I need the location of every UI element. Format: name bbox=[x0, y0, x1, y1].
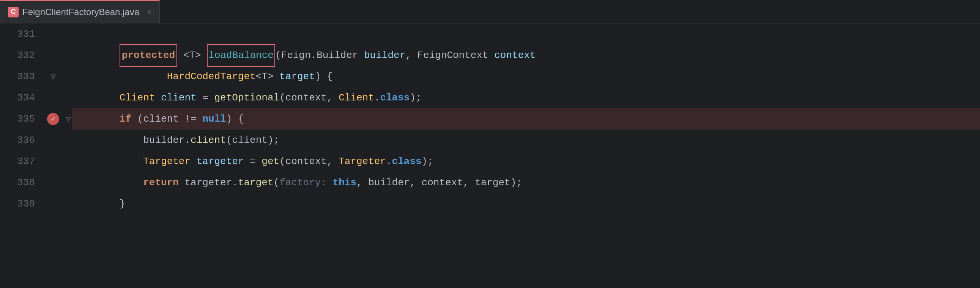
tab-file-name: FeignClientFactoryBean.java bbox=[22, 7, 139, 17]
indent-336: builder. bbox=[72, 130, 191, 151]
gutter-337 bbox=[42, 151, 65, 172]
method-target: target bbox=[238, 172, 274, 193]
method-client: client bbox=[191, 130, 226, 151]
line-number-333: 333 bbox=[0, 66, 35, 87]
code-line-332: protected <T> loadBalance (Feign.Builder… bbox=[72, 45, 980, 66]
tab-close-button[interactable]: × bbox=[147, 7, 152, 17]
type-targeter-2: Targeter bbox=[339, 151, 386, 172]
line-number-334: 334 bbox=[0, 87, 35, 108]
gutter-338 bbox=[42, 172, 65, 193]
type-targeter: Targeter bbox=[143, 151, 191, 172]
code-line-338: return targeter. target ( factory: this … bbox=[72, 172, 980, 193]
code-337-d: ); bbox=[422, 151, 433, 172]
hint-factory: factory: bbox=[279, 172, 327, 193]
code-area: 331 332 333 334 335 336 337 338 339 ▽ ✓ bbox=[0, 24, 980, 288]
code-336-rest: (client); bbox=[226, 130, 279, 151]
code-334-b: (context, bbox=[279, 87, 339, 108]
code-332-space: <T> bbox=[177, 45, 207, 66]
keyword-null: null bbox=[202, 108, 226, 130]
code-338-d: , builder, context, target); bbox=[356, 172, 522, 193]
indent-338 bbox=[72, 172, 143, 193]
indent-339: } bbox=[72, 193, 125, 215]
indent-337 bbox=[72, 151, 143, 172]
code-332-rest: (Feign.Builder builder, FeignContext con… bbox=[275, 45, 536, 66]
line-number-338: 338 bbox=[0, 172, 35, 193]
line-number-332: 332 bbox=[0, 45, 35, 66]
line-numbers: 331 332 333 334 335 336 337 338 339 bbox=[0, 24, 42, 288]
code-content: protected <T> loadBalance (Feign.Builder… bbox=[65, 24, 980, 288]
keyword-class-337: class bbox=[392, 151, 422, 172]
type-client: Client bbox=[119, 87, 155, 108]
type-client-2: Client bbox=[339, 87, 374, 108]
code-338-b: ( bbox=[274, 172, 280, 193]
line-number-339: 339 bbox=[0, 193, 35, 215]
code-line-331 bbox=[72, 24, 980, 45]
indent-332 bbox=[72, 45, 119, 66]
gutter-333[interactable]: ▽ bbox=[42, 66, 65, 87]
gutter-331 bbox=[42, 24, 65, 45]
file-type-icon: C bbox=[8, 7, 19, 17]
line-number-335: 335 bbox=[0, 108, 35, 130]
keyword-class-334: class bbox=[380, 87, 409, 108]
code-line-333: HardCodedTarget <T> target) { bbox=[72, 66, 980, 87]
tab-bar: C FeignClientFactoryBean.java × bbox=[0, 0, 980, 24]
code-line-334: Client client = getOptional (context, Cl… bbox=[72, 87, 980, 108]
indent-334 bbox=[72, 87, 119, 108]
keyword-protected: protected bbox=[119, 44, 177, 67]
gutter-339 bbox=[42, 193, 65, 215]
gutter: ▽ ✓ ▽ bbox=[42, 24, 65, 288]
type-hardcodedtarget: HardCodedTarget bbox=[167, 66, 256, 87]
line-number-337: 337 bbox=[0, 151, 35, 172]
code-334-c: . bbox=[374, 87, 380, 108]
code-338-a: targeter. bbox=[179, 172, 238, 193]
indent-335 bbox=[72, 108, 119, 130]
gutter-332 bbox=[42, 45, 65, 66]
keyword-this: this bbox=[333, 172, 356, 193]
file-tab[interactable]: C FeignClientFactoryBean.java × bbox=[0, 0, 160, 24]
code-line-337: Targeter targeter = get (context, Target… bbox=[72, 151, 980, 172]
code-337-c: . bbox=[386, 151, 392, 172]
fold-arrow-333[interactable]: ▽ bbox=[51, 72, 56, 82]
gutter-334 bbox=[42, 87, 65, 108]
method-get: get bbox=[261, 151, 279, 172]
code-335-b: ) { bbox=[226, 108, 244, 130]
code-334-a: client = bbox=[155, 87, 214, 108]
gutter-336 bbox=[42, 130, 65, 151]
method-loadbalance: loadBalance bbox=[207, 44, 275, 67]
indent-333 bbox=[72, 66, 167, 87]
code-line-339: } bbox=[72, 193, 980, 215]
line-number-331: 331 bbox=[0, 24, 35, 45]
code-line-336: builder. client (client); bbox=[72, 130, 980, 151]
code-337-a: targeter = bbox=[191, 151, 261, 172]
code-333-rest: <T> target) { bbox=[256, 66, 333, 87]
code-334-d: ); bbox=[409, 87, 421, 108]
keyword-if: if bbox=[119, 108, 131, 130]
code-line-335: if (client != null ) { bbox=[72, 108, 980, 130]
line-number-336: 336 bbox=[0, 130, 35, 151]
code-338-c bbox=[327, 172, 333, 193]
method-getoptional: getOptional bbox=[215, 87, 280, 108]
keyword-return: return bbox=[143, 172, 179, 193]
editor-container: C FeignClientFactoryBean.java × 331 332 … bbox=[0, 0, 980, 288]
code-335-a: (client != bbox=[131, 108, 202, 130]
code-337-b: (context, bbox=[279, 151, 339, 172]
